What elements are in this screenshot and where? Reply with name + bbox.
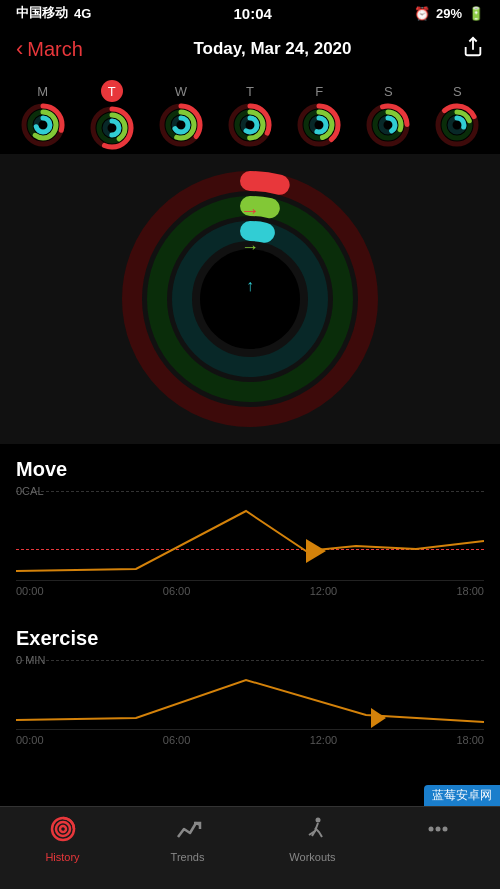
ring-wed <box>159 103 203 147</box>
week-day-thu[interactable]: T <box>228 84 272 147</box>
move-chart-block: Move 0CAL 00:00 06:00 12:00 18:00 <box>0 444 500 605</box>
alarm-icon: ⏰ <box>414 6 430 21</box>
tab-workouts-label: Workouts <box>289 851 335 863</box>
workouts-icon <box>299 815 327 847</box>
chevron-left-icon: ‹ <box>16 36 23 62</box>
move-chart-area: 0CAL <box>16 491 484 581</box>
status-time: 10:04 <box>233 5 271 22</box>
exercise-chart-block: Exercise 0 MIN 00:00 06:00 12:00 18:00 <box>0 613 500 754</box>
activity-area: → → ↑ <box>0 154 500 444</box>
history-icon <box>49 815 77 847</box>
exercise-chart-area: 0 MIN <box>16 660 484 730</box>
nav-title: Today, Mar 24, 2020 <box>193 39 351 59</box>
status-left: 中国移动 4G <box>16 4 91 22</box>
tab-workouts[interactable]: Workouts <box>273 815 353 863</box>
svg-point-56 <box>428 827 433 832</box>
move-arrow: → <box>240 199 260 222</box>
ring-tue <box>90 106 134 150</box>
day-label-tue: T <box>101 80 123 102</box>
move-time-0: 00:00 <box>16 585 44 597</box>
svg-point-55 <box>315 818 320 823</box>
status-right: ⏰ 29% 🔋 <box>414 6 484 21</box>
svg-point-57 <box>435 827 440 832</box>
back-button[interactable]: ‹ March <box>16 36 83 62</box>
week-day-sun[interactable]: S <box>435 84 479 147</box>
move-time-12: 12:00 <box>310 585 338 597</box>
week-day-sat[interactable]: S <box>366 84 410 147</box>
share-button[interactable] <box>462 36 484 63</box>
tab-trends-label: Trends <box>171 851 205 863</box>
ring-sat <box>366 103 410 147</box>
more-icon <box>424 815 452 847</box>
week-day-mon[interactable]: M <box>21 84 65 147</box>
exercise-time-6: 06:00 <box>163 734 191 746</box>
ring-mon <box>21 103 65 147</box>
watermark: 蓝莓安卓网 <box>424 785 500 806</box>
tab-more[interactable] <box>398 815 478 851</box>
exercise-time-0: 00:00 <box>16 734 44 746</box>
svg-marker-50 <box>306 539 326 563</box>
exercise-time-axis: 00:00 06:00 12:00 18:00 <box>16 730 484 754</box>
tab-bar: History Trends Workouts <box>0 806 500 889</box>
exercise-chart-title: Exercise <box>16 627 484 650</box>
svg-marker-51 <box>371 708 386 728</box>
exercise-trend-svg <box>16 660 484 730</box>
tab-history-label: History <box>45 851 79 863</box>
svg-point-54 <box>60 826 66 832</box>
day-label-fri: F <box>315 84 323 99</box>
move-time-18: 18:00 <box>456 585 484 597</box>
day-label-wed: W <box>175 84 187 99</box>
back-label: March <box>27 38 83 61</box>
week-day-tue[interactable]: T <box>90 80 134 150</box>
ring-thu <box>228 103 272 147</box>
week-day-fri[interactable]: F <box>297 84 341 147</box>
main-ring: → → ↑ <box>120 169 380 429</box>
exercise-arrow: → <box>241 237 259 258</box>
move-time-6: 06:00 <box>163 585 191 597</box>
tab-history[interactable]: History <box>23 815 103 863</box>
move-time-axis: 00:00 06:00 12:00 18:00 <box>16 581 484 605</box>
status-bar: 中国移动 4G 10:04 ⏰ 29% 🔋 <box>0 0 500 26</box>
day-label-mon: M <box>37 84 48 99</box>
battery: 29% <box>436 6 462 21</box>
trends-icon <box>174 815 202 847</box>
day-label-sat: S <box>384 84 393 99</box>
charts-section: Move 0CAL 00:00 06:00 12:00 18:00 Exerci… <box>0 444 500 754</box>
stand-arrow: ↑ <box>246 277 254 295</box>
network: 4G <box>74 6 91 21</box>
day-label-thu: T <box>246 84 254 99</box>
svg-point-49 <box>200 249 300 349</box>
move-trend-svg <box>16 491 484 581</box>
week-row: M T W <box>0 76 500 154</box>
ring-fri <box>297 103 341 147</box>
svg-point-58 <box>442 827 447 832</box>
exercise-time-18: 18:00 <box>456 734 484 746</box>
tab-trends[interactable]: Trends <box>148 815 228 863</box>
day-label-sun: S <box>453 84 462 99</box>
battery-icon: 🔋 <box>468 6 484 21</box>
exercise-time-12: 12:00 <box>310 734 338 746</box>
move-chart-title: Move <box>16 458 484 481</box>
carrier: 中国移动 <box>16 4 68 22</box>
ring-sun <box>435 103 479 147</box>
svg-point-53 <box>56 822 70 836</box>
nav-bar: ‹ March Today, Mar 24, 2020 <box>0 26 500 76</box>
week-day-wed[interactable]: W <box>159 84 203 147</box>
